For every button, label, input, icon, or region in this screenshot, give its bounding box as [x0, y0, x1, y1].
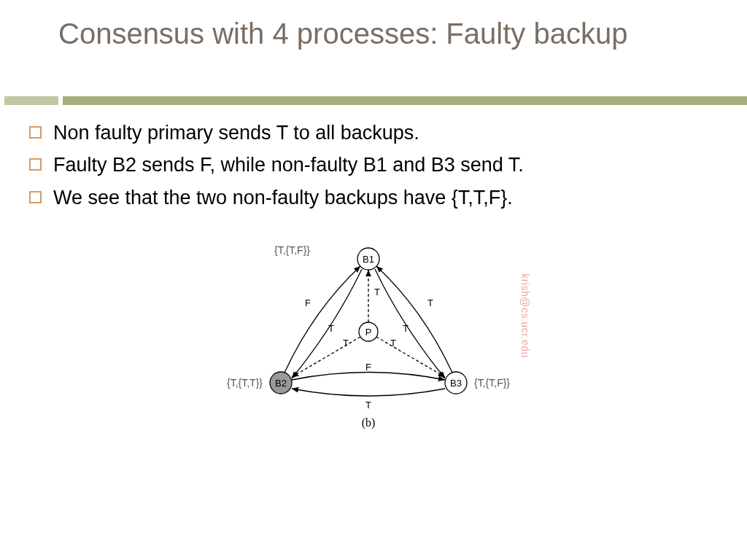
svg-line-1: [292, 337, 360, 377]
bullet-icon: [29, 191, 42, 203]
node-b1-label: B1: [363, 254, 374, 265]
bullet-icon: [29, 126, 42, 139]
edge-p-b2: T: [343, 338, 349, 349]
bullet-text: Faulty B2 sends F, while non-faulty B1 a…: [53, 152, 524, 178]
list-item: Non faulty primary sends T to all backup…: [29, 120, 718, 146]
edge-b3-b1: T: [427, 298, 433, 308]
node-b3-label: B3: [450, 378, 462, 389]
diagram-caption: (b): [362, 416, 376, 429]
slide-title: Consensus with 4 processes: Faulty backu…: [58, 16, 718, 51]
consensus-diagram: B1 B2 B3 P {T,{T,F}} {T,{T,T}} {T,{T,F}}…: [212, 237, 525, 441]
list-item: We see that the two non-faulty backups h…: [29, 184, 718, 211]
bullet-text: We see that the two non-faulty backups h…: [53, 184, 513, 211]
state-b3: {T,{T,F}}: [474, 377, 510, 389]
list-item: Faulty B2 sends F, while non-faulty B1 a…: [29, 152, 718, 178]
edge-p-b3: T: [390, 338, 396, 349]
edge-b1-b3: T: [403, 323, 409, 334]
bullet-text: Non faulty primary sends T to all backup…: [53, 120, 419, 146]
diagram-svg: B1 B2 B3 P {T,{T,F}} {T,{T,T}} {T,{T,F}}…: [212, 237, 525, 441]
edge-b3-b2: T: [365, 400, 371, 411]
title-divider: [0, 96, 747, 105]
svg-line-2: [376, 337, 445, 377]
content-area: Non faulty primary sends T to all backup…: [29, 120, 718, 217]
edge-b2-b3: F: [365, 362, 371, 373]
state-b2: {T,{T,T}}: [227, 377, 263, 389]
state-b1: {T,{T,F}}: [274, 244, 310, 256]
node-b2-label: B2: [275, 378, 287, 389]
edge-b1-b2: T: [328, 323, 334, 334]
watermark: krish@cs.ucr.edu: [519, 273, 531, 358]
edge-p-b1: T: [374, 287, 380, 298]
edge-b2-b1: F: [305, 298, 311, 308]
bullet-icon: [29, 158, 42, 171]
node-p-label: P: [365, 327, 372, 338]
